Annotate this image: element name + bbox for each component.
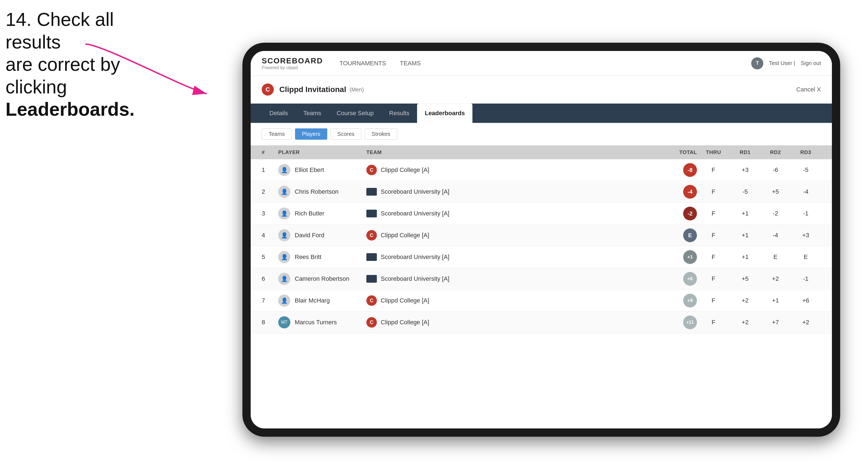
thru: F (697, 297, 730, 304)
leaderboard-table: # PLAYER TEAM TOTAL THRU RD1 RD2 RD3 1 👤 (251, 146, 832, 429)
table-row: 2 👤 Chris Robertson Scoreboard Universit… (251, 181, 832, 203)
score-badge: +6 (683, 272, 697, 286)
team-cell: C Clippd College [A] (366, 295, 658, 306)
col-rd3: RD3 (790, 149, 821, 155)
player-cell: 👤 Chris Robertson (278, 186, 366, 198)
player-cell: 👤 Blair McHarg (278, 294, 366, 307)
rd3: -4 (790, 188, 821, 195)
thru: F (697, 253, 730, 261)
filter-scores[interactable]: Scores (331, 128, 362, 140)
team-logo: C (366, 230, 377, 241)
rd3: -1 (790, 275, 821, 282)
team-cell: C Clippd College [A] (366, 317, 658, 328)
total-cell: E (658, 228, 697, 242)
score-badge: +1 (683, 250, 697, 264)
team-cell: Scoreboard University [A] (366, 275, 658, 283)
player-avatar: 👤 (278, 208, 290, 220)
col-rd2: RD2 (760, 149, 790, 155)
filter-bar: Teams Players Scores Strokes (251, 123, 832, 146)
total-cell: +9 (658, 294, 697, 308)
rd1: +2 (730, 319, 760, 326)
signout-link[interactable]: Sign out (801, 60, 821, 66)
rank: 8 (262, 319, 278, 326)
player-cell: 👤 David Ford (278, 229, 366, 241)
rd2: +2 (760, 275, 790, 282)
player-name: Rich Butler (295, 210, 324, 217)
col-rank: # (262, 149, 278, 155)
total-cell: +6 (658, 272, 697, 286)
tab-teams[interactable]: Teams (296, 103, 329, 123)
table-row: 1 👤 Elliot Ebert C Clippd College [A] -8 (251, 159, 832, 181)
rd2: E (760, 253, 790, 261)
cancel-button[interactable]: Cancel X (796, 86, 821, 93)
table-row: 4 👤 David Ford C Clippd College [A] E F (251, 224, 832, 246)
player-cell: 👤 Rich Butler (278, 208, 366, 220)
col-player: PLAYER (278, 149, 366, 155)
logo: SCOREBOARD Powered by clippd (262, 57, 323, 70)
score-badge: E (683, 228, 697, 242)
nav-links: TOURNAMENTS TEAMS (339, 58, 751, 69)
table-row: 7 👤 Blair McHarg C Clippd College [A] +9 (251, 290, 832, 312)
team-logo: C (366, 295, 377, 306)
player-cell: 👤 Rees Britt (278, 251, 366, 263)
rd1: +1 (730, 253, 760, 261)
tab-leaderboards[interactable]: Leaderboards (417, 103, 473, 123)
player-cell: 👤 Elliot Ebert (278, 164, 366, 176)
rd3: +2 (790, 319, 821, 326)
filter-players[interactable]: Players (295, 128, 327, 140)
rd3: +3 (790, 232, 821, 239)
rd1: +1 (730, 210, 760, 217)
player-avatar: 👤 (278, 273, 290, 285)
team-logo (366, 253, 377, 261)
nav-tournaments[interactable]: TOURNAMENTS (339, 58, 386, 69)
rd2: -2 (760, 210, 790, 217)
tab-details[interactable]: Details (262, 103, 296, 123)
rd2: +7 (760, 319, 790, 326)
filter-teams[interactable]: Teams (262, 128, 292, 140)
player-avatar: MT (278, 316, 290, 329)
filter-strokes[interactable]: Strokes (365, 128, 397, 140)
nav-teams[interactable]: TEAMS (400, 58, 421, 69)
tournament-badge: (Men) (349, 87, 364, 93)
team-name: Scoreboard University [A] (381, 210, 449, 217)
table-row: 5 👤 Rees Britt Scoreboard University [A]… (251, 246, 832, 268)
total-cell: -8 (658, 163, 697, 177)
team-name: Clippd College [A] (381, 297, 429, 304)
score-badge: +9 (683, 294, 697, 308)
player-avatar: 👤 (278, 164, 290, 176)
team-logo (366, 188, 377, 196)
team-logo (366, 210, 377, 217)
score-badge: -8 (683, 163, 697, 177)
player-name: Elliot Ebert (295, 166, 324, 174)
tab-results[interactable]: Results (381, 103, 417, 123)
rd2: +1 (760, 297, 790, 304)
table-header: # PLAYER TEAM TOTAL THRU RD1 RD2 RD3 (251, 146, 832, 159)
player-avatar: 👤 (278, 251, 290, 263)
rank: 7 (262, 297, 278, 304)
tournament-icon: C (262, 84, 274, 96)
total-cell: -4 (658, 185, 697, 199)
thru: F (697, 210, 730, 217)
tournament-header: C Clippd Invitational (Men) Cancel X (251, 76, 832, 103)
player-name: Chris Robertson (295, 188, 339, 195)
team-name: Clippd College [A] (381, 232, 429, 239)
team-logo (366, 275, 377, 283)
rd1: +1 (730, 232, 760, 239)
table-row: 8 MT Marcus Turners C Clippd College [A]… (251, 312, 832, 333)
score-badge: -2 (683, 207, 697, 220)
player-avatar: 👤 (278, 229, 290, 241)
tab-course-setup[interactable]: Course Setup (329, 103, 381, 123)
player-cell: 👤 Cameron Robertson (278, 273, 366, 285)
tab-bar: Details Teams Course Setup Results Leade… (251, 103, 832, 123)
rd3: E (790, 253, 821, 261)
rd3: -5 (790, 166, 821, 174)
rd2: -6 (760, 166, 790, 174)
rd1: +5 (730, 275, 760, 282)
nav-right: T Test User | Sign out (751, 57, 821, 69)
thru: F (697, 166, 730, 174)
rd1: +3 (730, 166, 760, 174)
player-name: Blair McHarg (295, 297, 330, 304)
logo-title: SCOREBOARD (262, 57, 323, 65)
player-avatar: 👤 (278, 294, 290, 307)
team-name: Scoreboard University [A] (381, 253, 449, 261)
